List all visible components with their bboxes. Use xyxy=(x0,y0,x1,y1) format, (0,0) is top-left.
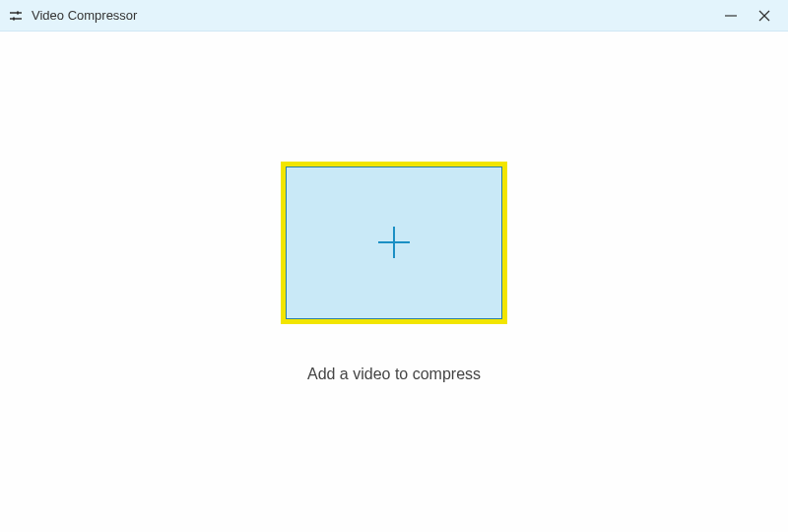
svg-rect-2 xyxy=(17,11,19,14)
svg-rect-3 xyxy=(13,17,15,20)
content-area: Add a video to compress xyxy=(0,32,788,532)
close-button[interactable] xyxy=(756,8,772,24)
app-icon xyxy=(8,8,24,24)
titlebar: Video Compressor xyxy=(0,0,788,32)
add-video-dropzone[interactable] xyxy=(281,162,507,324)
minimize-button[interactable] xyxy=(723,8,739,24)
instruction-text: Add a video to compress xyxy=(307,366,481,383)
window-controls xyxy=(723,8,780,24)
plus-icon xyxy=(374,223,414,262)
dropzone-inner xyxy=(286,166,502,319)
window-title: Video Compressor xyxy=(32,8,723,23)
